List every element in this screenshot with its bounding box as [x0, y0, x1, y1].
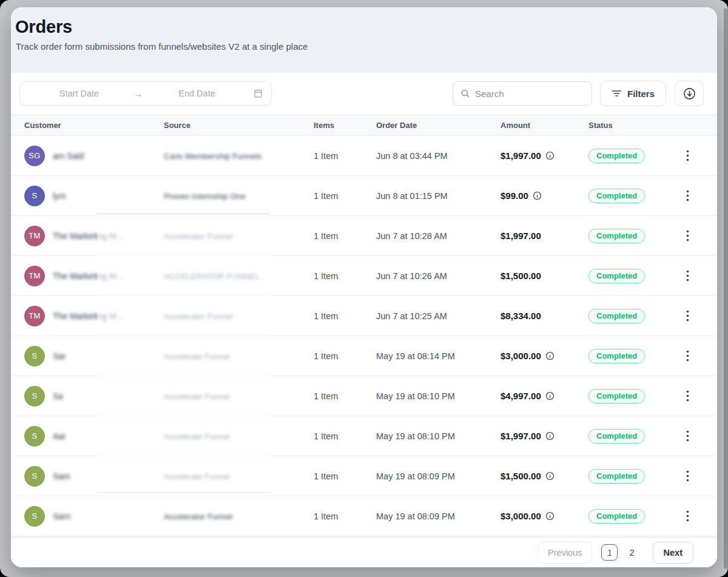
row-menu-button[interactable] [681, 270, 694, 282]
background-edge-shade [724, 8, 728, 569]
next-page-button[interactable]: Next [653, 542, 693, 564]
customer-name-blurred: lym [53, 191, 66, 201]
customer-cell: S Sar [24, 346, 164, 366]
status-badge: Completed [588, 189, 645, 203]
download-button[interactable] [675, 81, 704, 106]
status-badge: Completed [588, 429, 645, 444]
customer-cell: S Sam [24, 466, 164, 487]
source-cell: Accelerate Funnel [164, 391, 314, 402]
source-cell: ACCELERATOR FUNNEL [164, 271, 314, 282]
table-row: S Sar Accelerate Funnel 1 Item May 19 at… [11, 336, 717, 376]
pagination-bar: Previous 1 2 Next [11, 537, 717, 567]
table-row: TM The Marketing M .. Accelerator Funnel… [11, 296, 717, 336]
page-button-1[interactable]: 1 [601, 544, 618, 561]
column-header-status: Status [588, 121, 679, 130]
date-range-picker[interactable]: Start Date → End Date [19, 81, 272, 106]
status-cell: Completed [588, 229, 679, 243]
source-text-blurred: Proven Internship One [164, 192, 246, 201]
order-date-cell: May 19 at 08:09 PM [376, 471, 500, 481]
info-icon[interactable] [545, 471, 554, 481]
page-button-2[interactable]: 2 [627, 548, 636, 558]
source-text-blurred: Accelerate Funnel [164, 352, 230, 361]
items-cell: 1 Item [314, 311, 376, 321]
order-date-cell: Jun 8 at 01:15 PM [376, 191, 500, 201]
source-text-blurred: Accelerate Funnel [164, 432, 230, 441]
desktop-background: Orders Track order form submissions from… [0, 0, 728, 577]
status-badge: Completed [588, 269, 645, 283]
items-cell: 1 Item [314, 151, 376, 161]
items-cell: 1 Item [314, 471, 376, 481]
row-menu-button[interactable] [681, 430, 694, 442]
items-cell: 1 Item [314, 191, 376, 201]
info-icon[interactable] [545, 431, 554, 440]
source-text-blurred: Accelerator Funnel [164, 512, 232, 521]
amount-cell: $4,997.00 [500, 391, 588, 401]
table-row: SG am Said Carls Membership Funnels 1 It… [11, 136, 717, 176]
status-badge: Completed [588, 309, 645, 323]
info-icon[interactable] [545, 391, 554, 400]
row-menu-button[interactable] [681, 230, 694, 241]
status-badge: Completed [588, 389, 645, 403]
amount-value: $1,997.00 [500, 431, 541, 441]
amount-cell: $8,334.00 [500, 311, 588, 321]
amount-cell: $3,000.00 [500, 351, 588, 361]
start-date-field[interactable]: Start Date [29, 89, 130, 98]
table-row: TM The Marketing M .. Accelerator Funnel… [11, 216, 717, 256]
page-subtitle: Track order form submissions from funnel… [16, 41, 703, 52]
row-menu-button[interactable] [681, 150, 694, 161]
row-menu-button[interactable] [681, 350, 694, 362]
amount-value: $3,000.00 [500, 351, 541, 361]
column-header-order-date: Order Date [376, 121, 500, 130]
row-menu-button[interactable] [681, 510, 694, 522]
amount-cell: $1,997.00 [500, 150, 588, 161]
table-row: S Aar Accelerate Funnel 1 Item May 19 at… [11, 416, 717, 456]
order-date-cell: May 19 at 08:10 PM [376, 431, 500, 441]
source-cell: Accelerate Funnel [164, 351, 314, 362]
source-cell: Accelerate Funnel [164, 431, 314, 442]
filters-button[interactable]: Filters [600, 81, 666, 106]
order-date-cell: May 19 at 08:09 PM [376, 511, 500, 521]
customer-name-blurred: Aar [53, 431, 66, 441]
status-cell: Completed [588, 469, 679, 484]
amount-value: $8,334.00 [500, 311, 541, 321]
source-cell: Carls Membership Funnels [164, 150, 314, 161]
source-cell: Accelerator Funnel [164, 231, 314, 241]
search-input[interactable] [475, 89, 584, 99]
info-icon[interactable] [545, 351, 554, 360]
avatar: TM [24, 226, 45, 246]
end-date-field[interactable]: End Date [146, 89, 248, 98]
source-cell: Accelerate Funnel [164, 471, 314, 482]
amount-cell: $1,500.00 [500, 271, 588, 281]
avatar: S [24, 386, 45, 407]
status-cell: Completed [588, 149, 679, 163]
info-icon[interactable] [545, 151, 554, 160]
row-menu-button[interactable] [681, 390, 694, 402]
status-badge: Completed [588, 469, 645, 484]
status-cell: Completed [588, 389, 679, 403]
status-badge: Completed [588, 149, 645, 163]
table-row: S lym Proven Internship One 1 Item Jun 8… [11, 176, 717, 216]
row-menu-button[interactable] [681, 310, 694, 322]
search-icon [460, 89, 470, 98]
customer-cell: S Sarn [24, 506, 164, 527]
calendar-icon [254, 89, 263, 98]
amount-value: $4,997.00 [500, 391, 541, 401]
customer-name-blurred: The Marketing M .. [53, 231, 124, 241]
source-text-blurred: Accelerate Funnel [164, 472, 230, 481]
filters-label: Filters [627, 89, 655, 99]
previous-page-button[interactable]: Previous [538, 542, 592, 564]
row-menu-button[interactable] [681, 470, 694, 482]
info-icon[interactable] [533, 191, 542, 200]
page-title: Orders [15, 17, 703, 37]
info-icon[interactable] [545, 511, 554, 521]
toolbar: Start Date → End Date [11, 73, 717, 115]
avatar: TM [24, 306, 45, 326]
items-cell: 1 Item [314, 351, 376, 361]
row-menu-button[interactable] [681, 190, 694, 201]
order-date-cell: Jun 7 at 10:25 AM [376, 311, 500, 321]
status-badge: Completed [588, 509, 645, 524]
customer-name-blurred: Sam [53, 471, 70, 481]
search-box[interactable] [453, 81, 592, 106]
download-circle-icon [682, 87, 696, 101]
customer-name-blurred: Sa [53, 391, 63, 401]
